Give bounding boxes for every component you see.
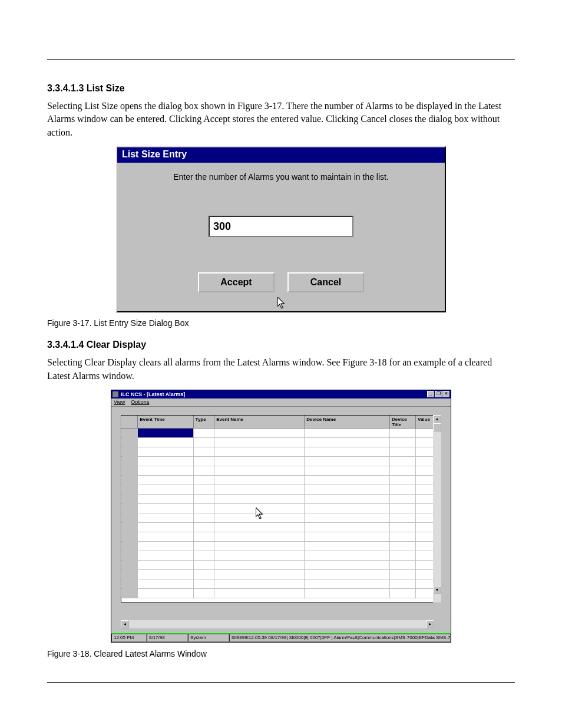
table-row[interactable] [122, 532, 441, 541]
status-message: I0I9899I12:05:39 08/17/98| 3I0000|9| 000… [229, 634, 451, 642]
paragraph-list-size: Selecting List Size opens the dialog box… [47, 100, 515, 139]
figure-17-label: Figure 3-17. List Entry Size Dialog Box [47, 318, 515, 328]
figure-18-label: Figure 3-18. Cleared Latest Alarms Windo… [47, 649, 515, 658]
table-row[interactable] [122, 437, 441, 447]
maximize-button[interactable]: ❐ [435, 391, 442, 397]
column-header-rowselect[interactable] [122, 416, 138, 428]
table-row[interactable] [122, 522, 441, 532]
column-header-device-name[interactable]: Device Name [305, 416, 390, 428]
column-header-event-time[interactable]: Event Time [138, 416, 193, 428]
scroll-up-button[interactable]: ▴ [433, 415, 441, 423]
section-heading-list-size: 3.3.4.1.3 List Size [47, 83, 515, 94]
paragraph-clear-display: Selecting Clear Display clears all alarm… [47, 356, 515, 383]
system-menu-icon[interactable] [113, 391, 118, 397]
status-mode: System [188, 634, 229, 642]
section-heading-clear-display: 3.3.4.1.4 Clear Display [47, 340, 515, 350]
table-row[interactable] [122, 541, 441, 551]
alarms-grid[interactable]: Event Time Type Event Name Device Name D… [121, 415, 441, 602]
minimize-button[interactable]: _ [427, 391, 434, 397]
table-row[interactable] [122, 475, 441, 485]
table-row[interactable] [122, 588, 441, 598]
table-row[interactable] [122, 456, 441, 466]
table-row[interactable] [122, 494, 441, 503]
table-row[interactable] [122, 560, 441, 569]
menu-view[interactable]: View [114, 399, 125, 405]
list-size-entry-dialog: List Size Entry Enter the number of Alar… [116, 146, 446, 312]
table-row[interactable] [122, 579, 441, 588]
table-row[interactable] [122, 485, 441, 494]
window-title: ILC NCS - [Latest Alarms] [121, 391, 185, 397]
dialog-titlebar: List Size Entry [117, 147, 445, 163]
column-header-event-name[interactable]: Event Name [214, 416, 305, 428]
table-row[interactable] [122, 447, 441, 456]
footer-rule [47, 682, 515, 683]
menu-options[interactable]: Options [131, 399, 149, 405]
dialog-title: List Size Entry [122, 149, 187, 159]
header-rule [47, 59, 515, 60]
menu-bar: View Options [111, 398, 451, 407]
column-header-device-title[interactable]: Device Title [389, 416, 415, 428]
list-size-input[interactable] [209, 216, 353, 237]
table-row[interactable] [122, 503, 441, 513]
dialog-prompt: Enter the number of Alarms you want to m… [117, 163, 445, 182]
cancel-button[interactable]: Cancel [287, 272, 364, 292]
accept-button[interactable]: Accept [198, 272, 275, 292]
status-date: 8/17/98 [147, 634, 188, 642]
window-titlebar: ILC NCS - [Latest Alarms] _ ❐ ✕ [111, 390, 451, 398]
selected-cell[interactable] [138, 428, 193, 437]
scroll-right-button[interactable]: ▸ [426, 620, 434, 628]
table-header-row: Event Time Type Event Name Device Name D… [122, 416, 441, 428]
status-time: 12:05 PM [111, 634, 147, 642]
table-row[interactable] [122, 569, 441, 579]
scroll-left-button[interactable]: ◂ [121, 620, 129, 628]
latest-alarms-window: ILC NCS - [Latest Alarms] _ ❐ ✕ View Opt… [111, 390, 451, 643]
status-bar: 12:05 PM 8/17/98 System I0I9899I12:05:39… [111, 633, 451, 643]
column-header-type[interactable]: Type [193, 416, 214, 428]
scroll-thumb[interactable] [433, 423, 441, 431]
table-row[interactable] [122, 513, 441, 522]
table-row[interactable] [122, 551, 441, 560]
cursor-arrow-icon [277, 297, 286, 309]
vertical-scrollbar[interactable]: ▴ ▾ [433, 415, 441, 602]
horizontal-scrollbar[interactable]: ◂ ▸ [121, 620, 434, 628]
table-row[interactable] [122, 428, 441, 437]
table-row[interactable] [122, 466, 441, 475]
close-button[interactable]: ✕ [442, 391, 449, 397]
scroll-down-button[interactable]: ▾ [433, 586, 441, 594]
